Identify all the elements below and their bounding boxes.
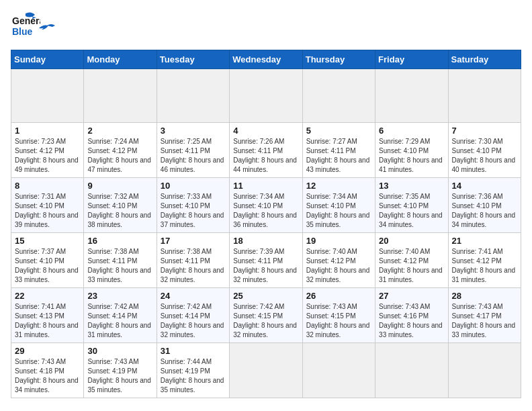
- calendar-week-4: 22Sunrise: 7:41 AMSunset: 4:13 PMDayligh…: [11, 288, 521, 343]
- day-number: 17: [161, 236, 226, 246]
- calendar-week-5: 29Sunrise: 7:43 AMSunset: 4:18 PMDayligh…: [11, 343, 521, 398]
- cell-info: Sunset: 4:11 PM: [306, 146, 371, 156]
- cell-info: Sunrise: 7:43 AM: [15, 357, 80, 367]
- col-header-sunday: Sunday: [11, 50, 84, 69]
- cell-info: Daylight: 8 hours and 32 minutes.: [233, 266, 298, 285]
- cell-info: Sunrise: 7:41 AM: [15, 302, 80, 312]
- day-number: 7: [452, 126, 517, 136]
- calendar-week-0: [11, 69, 521, 123]
- calendar-cell: 27Sunrise: 7:43 AMSunset: 4:16 PMDayligh…: [375, 288, 448, 343]
- calendar-cell: 18Sunrise: 7:39 AMSunset: 4:11 PMDayligh…: [230, 233, 302, 288]
- calendar-cell: 29Sunrise: 7:43 AMSunset: 4:18 PMDayligh…: [11, 343, 84, 398]
- calendar-cell: [375, 343, 448, 398]
- cell-info: Sunrise: 7:29 AM: [379, 137, 444, 146]
- col-header-saturday: Saturday: [448, 50, 521, 69]
- cell-info: Sunset: 4:17 PM: [452, 312, 517, 321]
- cell-info: Sunrise: 7:43 AM: [87, 357, 152, 367]
- cell-info: Sunrise: 7:31 AM: [15, 192, 80, 201]
- cell-info: Daylight: 8 hours and 38 minutes.: [87, 211, 152, 230]
- calendar-cell: 28Sunrise: 7:43 AMSunset: 4:17 PMDayligh…: [448, 288, 521, 343]
- cell-info: Daylight: 8 hours and 31 minutes.: [15, 321, 80, 340]
- cell-info: Sunset: 4:14 PM: [161, 312, 226, 321]
- day-number: 27: [379, 291, 444, 301]
- cell-info: Daylight: 8 hours and 32 minutes.: [306, 266, 371, 285]
- calendar-cell: 8Sunrise: 7:31 AMSunset: 4:10 PMDaylight…: [11, 178, 84, 233]
- cell-info: Daylight: 8 hours and 47 minutes.: [87, 156, 152, 175]
- cell-info: Sunset: 4:10 PM: [379, 146, 444, 156]
- day-number: 30: [87, 346, 152, 356]
- calendar-cell: [375, 69, 448, 123]
- cell-info: Daylight: 8 hours and 49 minutes.: [15, 156, 80, 175]
- calendar-cell: 19Sunrise: 7:40 AMSunset: 4:12 PMDayligh…: [302, 233, 375, 288]
- calendar-cell: 3Sunrise: 7:25 AMSunset: 4:11 PMDaylight…: [157, 123, 229, 178]
- calendar-cell: 24Sunrise: 7:42 AMSunset: 4:14 PMDayligh…: [157, 288, 229, 343]
- cell-info: Sunrise: 7:23 AM: [15, 137, 80, 146]
- cell-info: Sunrise: 7:25 AM: [161, 137, 226, 146]
- calendar-cell: 17Sunrise: 7:38 AMSunset: 4:11 PMDayligh…: [157, 233, 229, 288]
- calendar-cell: [11, 69, 84, 123]
- cell-info: Sunrise: 7:39 AM: [233, 247, 298, 257]
- day-number: 10: [161, 181, 226, 191]
- day-number: 19: [306, 236, 371, 246]
- day-number: 29: [15, 346, 80, 356]
- cell-info: Daylight: 8 hours and 31 minutes.: [379, 266, 444, 285]
- cell-info: Sunset: 4:10 PM: [379, 201, 444, 211]
- logo-bird-svg: [38, 23, 55, 34]
- calendar-cell: 1Sunrise: 7:23 AMSunset: 4:12 PMDaylight…: [11, 123, 84, 178]
- cell-info: Sunset: 4:19 PM: [161, 367, 226, 376]
- day-number: 26: [306, 291, 371, 301]
- calendar-cell: 11Sunrise: 7:34 AMSunset: 4:10 PMDayligh…: [230, 178, 302, 233]
- day-number: 6: [379, 126, 444, 136]
- cell-info: Daylight: 8 hours and 32 minutes.: [161, 321, 226, 340]
- cell-info: Daylight: 8 hours and 33 minutes.: [87, 266, 152, 285]
- cell-info: Daylight: 8 hours and 35 minutes.: [306, 211, 371, 230]
- day-number: 15: [15, 236, 80, 246]
- cell-info: Sunset: 4:19 PM: [87, 367, 152, 376]
- calendar-cell: 26Sunrise: 7:43 AMSunset: 4:15 PMDayligh…: [302, 288, 375, 343]
- calendar-cell: [448, 343, 521, 398]
- cell-info: Sunset: 4:10 PM: [15, 201, 80, 211]
- calendar-cell: 12Sunrise: 7:34 AMSunset: 4:10 PMDayligh…: [302, 178, 375, 233]
- calendar-cell: 5Sunrise: 7:27 AMSunset: 4:11 PMDaylight…: [302, 123, 375, 178]
- day-number: 28: [452, 291, 517, 301]
- cell-info: Daylight: 8 hours and 44 minutes.: [233, 156, 298, 175]
- day-number: 20: [379, 236, 444, 246]
- cell-info: Sunrise: 7:38 AM: [87, 247, 152, 257]
- calendar-cell: 22Sunrise: 7:41 AMSunset: 4:13 PMDayligh…: [11, 288, 84, 343]
- page-header: General Blue: [11, 11, 521, 43]
- calendar-cell: 21Sunrise: 7:41 AMSunset: 4:12 PMDayligh…: [448, 233, 521, 288]
- cell-info: Sunset: 4:18 PM: [15, 367, 80, 376]
- col-header-tuesday: Tuesday: [157, 50, 229, 69]
- cell-info: Sunrise: 7:42 AM: [161, 302, 226, 312]
- cell-info: Daylight: 8 hours and 32 minutes.: [306, 321, 371, 340]
- calendar-cell: 20Sunrise: 7:40 AMSunset: 4:12 PMDayligh…: [375, 233, 448, 288]
- calendar-cell: 2Sunrise: 7:24 AMSunset: 4:12 PMDaylight…: [84, 123, 157, 178]
- calendar-week-3: 15Sunrise: 7:37 AMSunset: 4:10 PMDayligh…: [11, 233, 521, 288]
- calendar-cell: 6Sunrise: 7:29 AMSunset: 4:10 PMDaylight…: [375, 123, 448, 178]
- header-row: SundayMondayTuesdayWednesdayThursdayFrid…: [11, 50, 521, 69]
- cell-info: Sunrise: 7:33 AM: [161, 192, 226, 201]
- cell-info: Daylight: 8 hours and 34 minutes.: [452, 211, 517, 230]
- cell-info: Sunset: 4:12 PM: [15, 146, 80, 156]
- day-number: 24: [161, 291, 226, 301]
- calendar-cell: 4Sunrise: 7:26 AMSunset: 4:11 PMDaylight…: [230, 123, 302, 178]
- cell-info: Sunrise: 7:27 AM: [306, 137, 371, 146]
- day-number: 16: [87, 236, 152, 246]
- cell-info: Sunset: 4:12 PM: [87, 146, 152, 156]
- cell-info: Daylight: 8 hours and 32 minutes.: [233, 321, 298, 340]
- day-number: 18: [233, 236, 298, 246]
- calendar-cell: 13Sunrise: 7:35 AMSunset: 4:10 PMDayligh…: [375, 178, 448, 233]
- calendar-cell: 16Sunrise: 7:38 AMSunset: 4:11 PMDayligh…: [84, 233, 157, 288]
- calendar-cell: [84, 69, 157, 123]
- cell-info: Daylight: 8 hours and 31 minutes.: [87, 321, 152, 340]
- cell-info: Daylight: 8 hours and 33 minutes.: [379, 321, 444, 340]
- cell-info: Daylight: 8 hours and 33 minutes.: [15, 266, 80, 285]
- day-number: 2: [87, 126, 152, 136]
- cell-info: Daylight: 8 hours and 35 minutes.: [87, 376, 152, 395]
- logo: General Blue: [11, 11, 55, 43]
- cell-info: Sunrise: 7:42 AM: [233, 302, 298, 312]
- cell-info: Sunrise: 7:37 AM: [15, 247, 80, 257]
- cell-info: Sunset: 4:15 PM: [306, 312, 371, 321]
- calendar-cell: [448, 69, 521, 123]
- cell-info: Daylight: 8 hours and 31 minutes.: [452, 266, 517, 285]
